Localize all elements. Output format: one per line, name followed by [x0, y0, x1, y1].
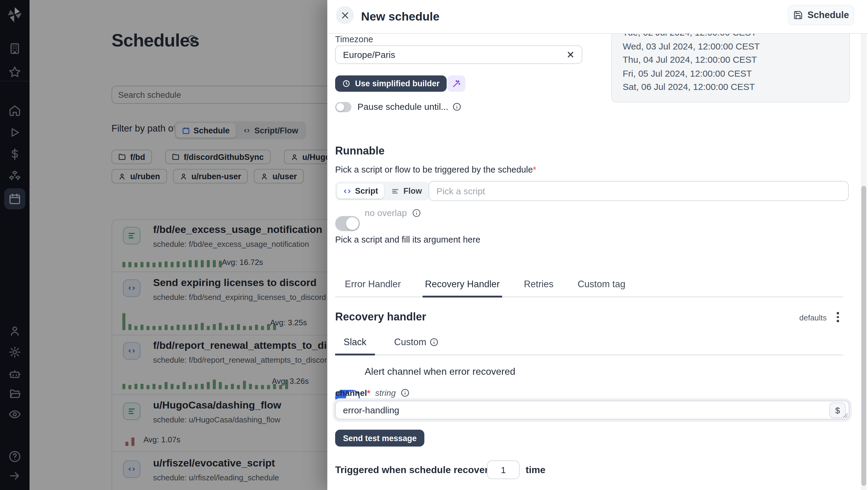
triggered-suffix: time: [526, 465, 546, 475]
runnable-heading: Runnable: [335, 145, 384, 157]
required-asterisk: *: [533, 165, 536, 174]
runnable-description: Pick a script or flow to be triggered by…: [335, 165, 536, 174]
script-flow-toggle: Script Flow: [335, 182, 430, 200]
handler-tabs: Error Handler Recovery Handler Retries C…: [335, 279, 843, 297]
info-icon[interactable]: [401, 388, 409, 397]
pick-script-input[interactable]: [429, 181, 849, 201]
timezone-input[interactable]: Europe/Paris: [335, 45, 582, 64]
clear-x-icon[interactable]: [567, 51, 575, 59]
drawer-title: New schedule: [361, 10, 439, 24]
tab-custom-tag[interactable]: Custom tag: [575, 279, 628, 296]
no-overlap-toggle[interactable]: [335, 216, 360, 231]
recovery-subtabs: Slack Custom: [335, 337, 843, 355]
pause-schedule-row: Pause schedule until...: [358, 102, 461, 112]
code-icon: [343, 187, 351, 195]
info-icon[interactable]: [412, 208, 421, 217]
recovery-handler-heading: Recovery handler: [335, 311, 426, 323]
scrollbar-thumb[interactable]: [861, 186, 866, 486]
schedule-submit-button[interactable]: Schedule: [788, 5, 854, 25]
flow-tab[interactable]: Flow: [385, 183, 428, 199]
no-overlap-row: no overlap: [365, 208, 421, 218]
channel-type: string: [375, 388, 396, 398]
runnable-hint: Pick a script and fill its argument here: [335, 235, 480, 244]
channel-label: channel*: [335, 388, 370, 398]
use-simplified-builder-button[interactable]: Use simplified builder: [335, 76, 447, 92]
info-icon[interactable]: [430, 338, 438, 347]
upcoming-run: Fri, 05 Jul 2024, 12:00:00 CEST: [623, 67, 849, 80]
upcoming-run: Sat, 06 Jul 2024, 12:00:00 CEST: [623, 80, 849, 94]
info-icon[interactable]: [453, 102, 461, 111]
app-window: Schedules Filter by path of Schedule Scr…: [0, 0, 868, 490]
channel-field-row: channel* string: [335, 388, 409, 398]
subtab-custom[interactable]: Custom: [386, 337, 447, 354]
triggered-label: Triggered when schedule recovered: [335, 465, 500, 475]
new-schedule-drawer: Tue, 02 Jul 2024, 12:00:00 CEST Wed, 03 …: [327, 0, 868, 490]
close-icon[interactable]: [336, 6, 354, 24]
send-test-message-button[interactable]: Send test message: [335, 430, 425, 446]
resize-handle[interactable]: [843, 413, 848, 418]
magic-wand-button[interactable]: [447, 76, 465, 92]
modal-backdrop[interactable]: [0, 0, 327, 490]
clock-icon: [342, 80, 350, 87]
tab-recovery-handler[interactable]: Recovery Handler: [423, 279, 502, 297]
subtab-slack[interactable]: Slack: [335, 337, 375, 355]
upcoming-run: Thu, 04 Jul 2024, 12:00:00 CEST: [623, 53, 849, 67]
channel-input[interactable]: error-handling $: [335, 401, 849, 420]
drawer-header: New schedule Schedule: [327, 0, 868, 34]
timezone-label: Timezone: [335, 34, 373, 44]
script-tab[interactable]: Script: [337, 183, 384, 199]
tab-retries[interactable]: Retries: [521, 279, 556, 296]
kebab-menu-icon[interactable]: [837, 312, 839, 322]
upcoming-run: Wed, 03 Jul 2024, 12:00:00 CEST: [623, 39, 849, 53]
drawer-scrollbar[interactable]: [861, 33, 867, 490]
defaults-label[interactable]: defaults: [799, 313, 827, 322]
triggered-count-input[interactable]: [487, 460, 520, 479]
pause-schedule-toggle[interactable]: [335, 102, 351, 112]
alert-channel-label: Alert channel when error recovered: [365, 366, 516, 377]
tab-error-handler[interactable]: Error Handler: [342, 279, 403, 296]
save-icon: [793, 10, 803, 20]
flow-icon: [392, 187, 400, 195]
